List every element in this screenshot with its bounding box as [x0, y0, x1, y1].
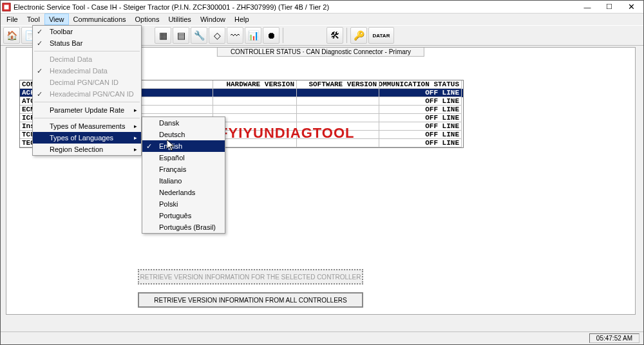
lang-english[interactable]: ✓English — [142, 140, 225, 152]
tb-grid2-icon[interactable]: ▤ — [173, 27, 189, 44]
view-menu-hexadecimal-data: ✓Hexadecimal Data — [33, 65, 141, 77]
app-icon — [2, 3, 11, 12]
tb-datar-button[interactable]: DATAR — [368, 27, 394, 44]
tb-rec-icon[interactable]: ⏺ — [263, 27, 279, 44]
lang-italiano[interactable]: Italiano — [142, 175, 225, 187]
tb-chart-icon[interactable]: 📊 — [245, 27, 261, 44]
view-menu-types-of-measurements[interactable]: Types of Measurements▸ — [33, 120, 141, 132]
menu-window[interactable]: Window — [196, 14, 230, 25]
minimize-button[interactable]: — — [576, 1, 598, 13]
view-menu-hexadecimal-pgn-can-id: ✓Hexadecimal PGN/CAN ID — [33, 88, 141, 100]
view-menu-region-selection[interactable]: Region Selection▸ — [33, 144, 141, 155]
lang-polski[interactable]: Polski — [142, 198, 225, 210]
lang-portugu-s[interactable]: Português — [142, 210, 225, 221]
languages-submenu: DanskDeutsch✓EnglishEspañolFrançaisItali… — [142, 117, 225, 234]
window-title: Electronic Service Tool - Case IH - Stei… — [14, 3, 576, 11]
tb-grid1-icon[interactable]: ▦ — [155, 27, 171, 44]
lang-dansk[interactable]: Dansk — [142, 117, 225, 129]
lang-espa-ol[interactable]: Español — [142, 152, 225, 163]
view-menu-decimal-data: Decimal Data — [33, 53, 141, 65]
svg-rect-1 — [5, 5, 9, 9]
tb-wave-icon[interactable]: 〰 — [227, 27, 243, 44]
tb-tools-icon[interactable]: 🛠 — [327, 27, 343, 44]
menubar: FileToolViewCommunicationsOptionsUtiliti… — [1, 14, 643, 25]
view-menu-types-of-languages[interactable]: Types of Languages▸ — [33, 132, 141, 144]
titlebar: Electronic Service Tool - Case IH - Stei… — [1, 1, 643, 14]
menu-utilities[interactable]: Utilities — [164, 14, 195, 25]
tb-home-icon[interactable]: 🏠 — [3, 27, 20, 44]
lang-portugu-s-brasil-[interactable]: Português (Brasil) — [142, 221, 225, 233]
view-menu-dropdown: ✓Toolbar✓Status BarDecimal Data✓Hexadeci… — [32, 25, 142, 156]
tb-wrench-icon[interactable]: 🔧 — [191, 27, 207, 44]
statusbar: 05:47:52 AM — [1, 331, 643, 344]
status-time: 05:47:52 AM — [589, 333, 639, 343]
retrieve-selected-button[interactable]: RETRIEVE VERSION INFORMATION FOR THE SEL… — [138, 269, 363, 284]
retrieve-all-button[interactable]: RETRIEVE VERSION INFORMATION FROM ALL CO… — [138, 292, 363, 308]
col-software-version: SOFTWARE VERSION — [297, 80, 379, 89]
menu-help[interactable]: Help — [230, 14, 254, 25]
menu-tool[interactable]: Tool — [23, 14, 44, 25]
app-window: Electronic Service Tool - Case IH - Stei… — [0, 0, 644, 345]
menu-view[interactable]: View — [44, 14, 69, 25]
menu-file[interactable]: File — [2, 14, 23, 25]
view-menu-status-bar[interactable]: ✓Status Bar — [33, 37, 141, 49]
col-comm-status: COMMUNICATION STATUS — [379, 80, 462, 89]
tb-key-icon[interactable]: 🔑 — [350, 27, 367, 44]
tb-diamond-icon[interactable]: ◇ — [209, 27, 225, 44]
col-hardware-version: HARDWARE VERSION — [213, 80, 297, 89]
view-menu-parameter-update-rate[interactable]: Parameter Update Rate▸ — [33, 104, 141, 116]
view-menu-toolbar[interactable]: ✓Toolbar — [33, 26, 141, 37]
controller-status-banner: CONTROLLER STATUS · CAN Diagnostic Conne… — [217, 48, 424, 57]
menu-options[interactable]: Options — [131, 14, 164, 25]
close-button[interactable]: ✕ — [620, 1, 642, 13]
lang-nederlands[interactable]: Nederlands — [142, 187, 225, 198]
maximize-button[interactable]: ☐ — [598, 1, 620, 13]
lang-fran-ais[interactable]: Français — [142, 163, 225, 175]
lang-deutsch[interactable]: Deutsch — [142, 129, 225, 140]
view-menu-decimal-pgn-can-id: Decimal PGN/CAN ID — [33, 77, 141, 88]
menu-communications[interactable]: Communications — [69, 14, 131, 25]
